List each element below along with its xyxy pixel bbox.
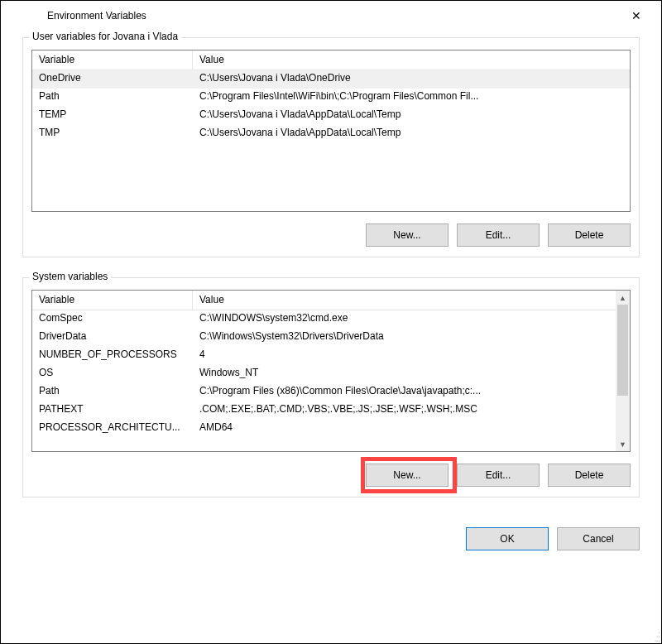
column-header-value[interactable]: Value: [193, 291, 630, 310]
cell-value: C:\Users\Jovana i Vlada\OneDrive: [193, 70, 630, 89]
cell-value: 4: [193, 347, 630, 365]
column-header-value[interactable]: Value: [193, 50, 630, 70]
scroll-up-icon[interactable]: ▲: [616, 291, 630, 305]
system-delete-button[interactable]: Delete: [548, 464, 631, 487]
cell-variable: TEMP: [32, 107, 193, 125]
user-button-row: New... Edit... Delete: [31, 223, 631, 247]
cell-variable: ComSpec: [32, 310, 193, 329]
table-row[interactable]: TMP C:\Users\Jovana i Vlada\AppData\Loca…: [32, 125, 630, 143]
cell-variable: OneDrive: [32, 70, 193, 89]
system-variables-table[interactable]: Variable Value ComSpec C:\WINDOWS\system…: [31, 290, 631, 452]
dialog-content: User variables for Jovana i Vlada Variab…: [1, 31, 661, 524]
table-row[interactable]: PROCESSOR_ARCHITECTU... AMD64: [32, 420, 630, 438]
cell-value: C:\Program Files\Intel\WiFi\bin\;C:\Prog…: [193, 89, 630, 107]
cell-variable: NUMBER_OF_PROCESSORS: [32, 347, 193, 365]
table-row[interactable]: Path C:\Program Files (x86)\Common Files…: [32, 383, 630, 401]
system-edit-button[interactable]: Edit...: [457, 464, 540, 487]
titlebar: Environment Variables ✕: [1, 1, 661, 31]
user-delete-button[interactable]: Delete: [548, 223, 631, 247]
user-new-button[interactable]: New...: [366, 223, 449, 247]
cancel-button[interactable]: Cancel: [557, 527, 640, 550]
system-new-button[interactable]: New...: [366, 464, 449, 487]
table-row[interactable]: PATHEXT .COM;.EXE;.BAT;.CMD;.VBS;.VBE;.J…: [32, 401, 630, 420]
table-row[interactable]: ComSpec C:\WINDOWS\system32\cmd.exe: [32, 310, 630, 329]
user-variables-table[interactable]: Variable Value OneDrive C:\Users\Jovana …: [31, 50, 631, 212]
system-variables-label: System variables: [29, 271, 111, 282]
cell-value: AMD64: [193, 420, 630, 438]
cell-variable: PATHEXT: [32, 401, 193, 420]
cell-value: C:\Program Files (x86)\Common Files\Orac…: [193, 383, 630, 401]
scrollbar[interactable]: ▲ ▼: [616, 291, 630, 451]
cell-value: C:\Users\Jovana i Vlada\AppData\Local\Te…: [193, 107, 630, 125]
cell-variable: Path: [32, 89, 193, 107]
system-button-row: New... Edit... Delete: [31, 464, 631, 487]
cell-variable: PROCESSOR_ARCHITECTU...: [32, 420, 193, 438]
user-variables-label: User variables for Jovana i Vlada: [29, 31, 181, 42]
cell-variable: Path: [32, 383, 193, 401]
resize-grip-icon[interactable]: .. .. . .: [655, 628, 659, 641]
ok-button[interactable]: OK: [466, 527, 549, 550]
table-header: Variable Value: [32, 50, 630, 70]
system-variables-group: System variables Variable Value ComSpec …: [22, 277, 640, 497]
cell-value: C:\WINDOWS\system32\cmd.exe: [193, 310, 630, 329]
table-row[interactable]: NUMBER_OF_PROCESSORS 4: [32, 347, 630, 365]
table-row[interactable]: OS Windows_NT: [32, 365, 630, 383]
scroll-thumb[interactable]: [617, 305, 628, 396]
column-header-variable[interactable]: Variable: [32, 291, 193, 310]
user-variables-group: User variables for Jovana i Vlada Variab…: [22, 37, 640, 257]
table-header: Variable Value: [32, 291, 630, 310]
window-title: Environment Variables: [47, 10, 618, 22]
column-header-variable[interactable]: Variable: [32, 50, 193, 70]
table-row[interactable]: DriverData C:\Windows\System32\Drivers\D…: [32, 329, 630, 347]
scroll-down-icon[interactable]: ▼: [616, 437, 630, 451]
table-row[interactable]: TEMP C:\Users\Jovana i Vlada\AppData\Loc…: [32, 107, 630, 125]
table-row[interactable]: Path C:\Program Files\Intel\WiFi\bin\;C:…: [32, 89, 630, 107]
cell-variable: OS: [32, 365, 193, 383]
cell-value: C:\Users\Jovana i Vlada\AppData\Local\Te…: [193, 125, 630, 143]
close-icon[interactable]: ✕: [618, 4, 655, 27]
dialog-button-row: OK Cancel: [1, 524, 661, 560]
cell-value: Windows_NT: [193, 365, 630, 383]
cell-variable: DriverData: [32, 329, 193, 347]
cell-variable: TMP: [32, 125, 193, 143]
cell-value: .COM;.EXE;.BAT;.CMD;.VBS;.VBE;.JS;.JSE;.…: [193, 401, 630, 420]
scroll-track[interactable]: [616, 305, 630, 437]
cell-value: C:\Windows\System32\Drivers\DriverData: [193, 329, 630, 347]
table-row[interactable]: OneDrive C:\Users\Jovana i Vlada\OneDriv…: [32, 70, 630, 89]
user-edit-button[interactable]: Edit...: [457, 223, 540, 247]
